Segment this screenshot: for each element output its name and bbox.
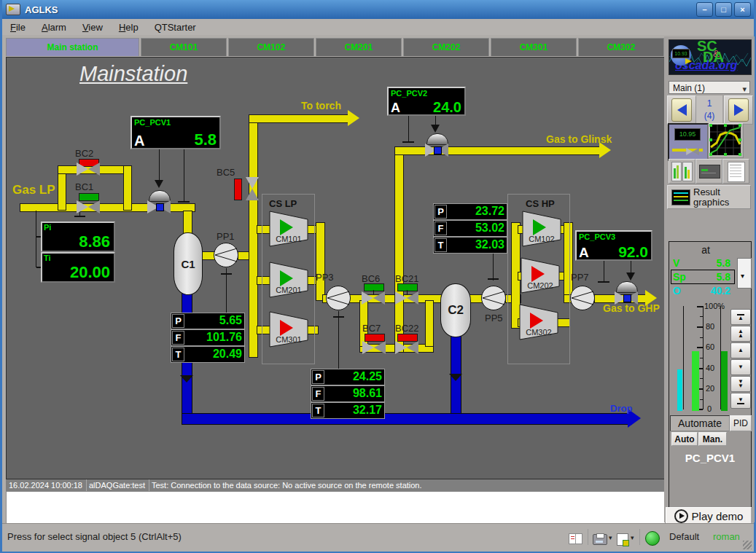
setpoint-row[interactable]: Sp5.8 xyxy=(669,271,735,283)
big-step-up-button[interactable]: ▲ ▲ xyxy=(730,326,751,342)
step-down-button[interactable]: ▼ xyxy=(730,359,751,375)
next-page-button[interactable] xyxy=(724,95,753,125)
tab-cm101[interactable]: CM101 xyxy=(141,38,227,56)
meter-label: T xyxy=(312,404,324,417)
alarm-bar[interactable]: 16.02.2024 10:00:18 alDAQGate:test Test:… xyxy=(6,479,664,491)
meter-label: Ti xyxy=(44,254,51,262)
minimize-button[interactable]: – xyxy=(696,2,713,17)
view-select-value: Main (1) xyxy=(673,83,705,93)
compressor-cm102[interactable]: CM102 xyxy=(522,211,561,247)
mnemo-view-button[interactable]: 10.95 xyxy=(668,123,709,161)
menu-file[interactable]: File xyxy=(2,20,34,34)
scale-minor-ticks xyxy=(700,306,703,409)
view-select[interactable]: Main (1) ▾ xyxy=(669,81,750,94)
pcv2-display[interactable]: PC_PCV2 A 24.0 xyxy=(387,87,466,116)
menu-qtstarter[interactable]: QTStarter xyxy=(147,20,204,34)
menu-alarm[interactable]: Alarm xyxy=(34,20,74,34)
print-icon[interactable] xyxy=(593,534,607,545)
pft-meter-c1[interactable]: P5.65 F101.76 T20.49 xyxy=(171,313,245,363)
tab-cm301[interactable]: CM301 xyxy=(491,38,577,56)
pcv1-display[interactable]: PC_PCV1 A 5.8 xyxy=(130,116,221,149)
valve-bc7-icon[interactable] xyxy=(362,341,386,354)
title-bar[interactable]: AGLKS – □ × xyxy=(2,0,754,19)
tab-cm102[interactable]: CM102 xyxy=(228,38,314,56)
pump-pp3-icon[interactable] xyxy=(325,285,351,311)
vessel-c1[interactable]: C1 xyxy=(174,232,203,295)
compressor-cm101[interactable]: CM101 xyxy=(269,211,308,247)
next-icon xyxy=(728,98,749,122)
valve-bc2-icon[interactable] xyxy=(77,162,100,176)
variable-row: V5.8 xyxy=(669,257,735,270)
pump-pp5-label: PP5 xyxy=(485,313,503,323)
menu-help[interactable]: Help xyxy=(111,20,147,34)
document-view-button[interactable] xyxy=(722,159,749,184)
maximize-button[interactable]: □ xyxy=(715,2,732,17)
prev-page-button[interactable] xyxy=(667,95,696,125)
pid-button[interactable]: PID xyxy=(730,415,752,431)
work-area: Main station CM101 CM102 CM201 CM202 CM3… xyxy=(2,35,754,523)
pump-pp1-icon[interactable] xyxy=(213,242,239,268)
setpoint-bar[interactable] xyxy=(721,351,728,411)
row-scrollbar[interactable] xyxy=(737,258,752,289)
step-up-button[interactable]: ▲ xyxy=(730,342,751,358)
compressor-cm301[interactable]: CM301 xyxy=(269,311,308,348)
ground-tick xyxy=(598,281,609,283)
output-row: O40.2 xyxy=(669,285,735,297)
menu-view[interactable]: View xyxy=(74,20,111,34)
alarm-list-area[interactable] xyxy=(6,491,666,524)
pcv3-plug-icon xyxy=(623,294,631,302)
valve-bc6-icon[interactable] xyxy=(362,291,385,305)
chevron-down-icon[interactable]: ▾ xyxy=(609,534,612,541)
prev-icon xyxy=(671,98,692,122)
pcv3-display[interactable]: PC_PCV3 A 92.0 xyxy=(575,230,652,261)
valve-bc22-icon[interactable] xyxy=(395,341,418,354)
tab-cm302[interactable]: CM302 xyxy=(578,38,664,56)
play-demo-button[interactable]: Play demo xyxy=(666,507,752,525)
compressor-label: CM102 xyxy=(522,235,561,243)
sidebar: SC & DA oscada.org 10.93 Main (1) ▾ 1 xyxy=(664,36,755,522)
auto-button[interactable]: Auto xyxy=(671,432,698,446)
signal-line xyxy=(36,211,36,267)
manual-button[interactable]: Man. xyxy=(698,432,727,446)
compressor-cm201[interactable]: CM201 xyxy=(269,262,308,298)
pump-pp7-label: PP7 xyxy=(571,272,589,283)
valve-bc21-icon[interactable] xyxy=(395,291,418,305)
help-book-icon[interactable] xyxy=(569,533,582,544)
pcv3-name: PC_PCV3 xyxy=(579,232,615,241)
chevron-down-icon[interactable]: ▾ xyxy=(631,534,634,541)
scale-label: 20 xyxy=(706,384,714,393)
tab-cm201[interactable]: CM201 xyxy=(316,38,402,56)
pft-meter-pp3[interactable]: P24.25 F98.61 T32.17 xyxy=(311,369,385,419)
tab-main-station[interactable]: Main station xyxy=(6,38,139,56)
user-label[interactable]: roman xyxy=(713,531,740,542)
gas-lp-meter[interactable]: Pi 8.86 Ti 20.00 xyxy=(41,221,115,283)
status-bar: Press for select signal object 5 (CtrlAl… xyxy=(2,523,754,552)
ground-tick xyxy=(402,141,414,143)
tab-cm202[interactable]: CM202 xyxy=(403,38,489,56)
trend-view-button[interactable] xyxy=(709,123,744,158)
valve-bc5-icon[interactable] xyxy=(246,177,259,200)
resize-grip[interactable] xyxy=(743,541,752,549)
valve-bc1-icon[interactable] xyxy=(77,200,100,213)
pft-meter-cshp[interactable]: P23.72 F53.02 T32.03 xyxy=(433,203,507,254)
chevron-down-icon: ▾ xyxy=(742,82,747,95)
automate-button[interactable]: Automate xyxy=(670,415,730,431)
pump-pp7-icon[interactable] xyxy=(569,285,596,311)
valve-bc6-label: BC6 xyxy=(362,273,380,284)
export-icon[interactable] xyxy=(617,533,628,546)
compressor-cm302[interactable]: CM302 xyxy=(519,304,558,340)
profile-label[interactable]: Default xyxy=(669,531,699,542)
cascade-view-button[interactable] xyxy=(669,159,695,184)
vessel-c2[interactable]: C2 xyxy=(440,283,471,337)
oscada-logo[interactable]: SC & DA oscada.org 10.93 xyxy=(669,39,752,75)
step-to-max-button[interactable]: ▲ xyxy=(730,309,751,325)
result-graphics-button[interactable]: Result graphics xyxy=(667,185,751,209)
pump-pp5-icon[interactable] xyxy=(480,285,507,311)
big-step-down-button[interactable]: ▼ ▼ xyxy=(730,376,751,392)
cs-lp-label: CS LP xyxy=(269,198,297,209)
valve-bc21-state xyxy=(397,283,418,291)
step-to-min-button[interactable]: ▼ xyxy=(730,393,751,409)
close-button[interactable]: × xyxy=(734,2,751,17)
compressor-cm202[interactable]: CM202 xyxy=(521,257,560,294)
overview-view-button[interactable] xyxy=(695,159,722,184)
